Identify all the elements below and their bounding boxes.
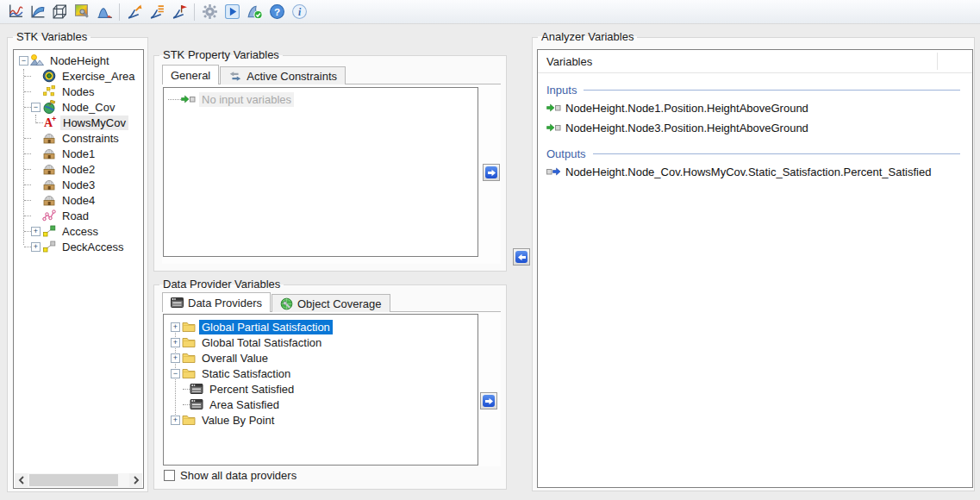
- property-variables-tree: No input variables: [163, 87, 478, 257]
- expand-expander-icon[interactable]: +: [171, 353, 180, 363]
- tree-item-label: Nodes: [59, 84, 97, 99]
- scrollbar-thumb[interactable]: [29, 474, 118, 486]
- facility-icon: [42, 193, 56, 207]
- tree-item-value-by-point[interactable]: + Value By Point: [164, 412, 478, 428]
- folder-icon: [182, 366, 196, 380]
- tree-item-static-satisfaction[interactable]: − Static Satisfaction: [164, 366, 478, 381]
- help-icon: ?: [269, 3, 285, 20]
- tree-item-label: Road: [59, 209, 91, 223]
- tree-item-howsmycov[interactable]: A + HowsMyCov: [14, 115, 143, 130]
- add-data-provider-variable-button[interactable]: [480, 392, 497, 409]
- stk-property-variables-panel: STK Property Variables General Active Co…: [153, 55, 507, 272]
- xy-plot-icon: [7, 3, 23, 20]
- collapse-expander-icon[interactable]: −: [19, 56, 28, 66]
- parametric-study-button[interactable]: [124, 2, 145, 22]
- tree-item-label: Node_Cov: [59, 100, 117, 115]
- tab-data-providers[interactable]: Data Providers: [162, 292, 271, 312]
- tab-active-constraints[interactable]: Active Constraints: [220, 66, 346, 84]
- access-icon: [42, 224, 56, 238]
- variables-column-header[interactable]: Variables: [538, 50, 972, 73]
- histogram-button[interactable]: [94, 2, 115, 22]
- tree-item-label: Global Partial Satisfaction: [199, 320, 333, 334]
- tree-item-node3[interactable]: Node3: [14, 177, 143, 192]
- tree-item-percent-satisfied[interactable]: Percent Satisfied: [164, 381, 478, 397]
- tree-item-label: DeckAccess: [59, 240, 127, 254]
- expand-expander-icon[interactable]: +: [31, 242, 41, 252]
- tree-item-deckaccess[interactable]: + DeckAccess: [14, 239, 143, 254]
- analyzer-input-variable[interactable]: NodeHeight.Node1.Position.HeightAboveGro…: [546, 98, 964, 118]
- collapse-expander-icon[interactable]: −: [171, 369, 180, 378]
- collapse-expander-icon[interactable]: −: [31, 103, 41, 112]
- expand-expander-icon[interactable]: +: [31, 227, 41, 236]
- tree-item-node-cov[interactable]: − Node_Cov: [14, 99, 143, 115]
- object-coverage-icon: [280, 297, 293, 310]
- run-play-icon: [224, 3, 240, 20]
- settings-gear-icon: [202, 3, 218, 20]
- data-provider-variables-title: Data Provider Variables: [159, 278, 284, 291]
- column-separator[interactable]: [937, 53, 938, 70]
- tab-general[interactable]: General: [162, 65, 219, 84]
- scroll-left-button[interactable]: [15, 473, 28, 487]
- tree-item-overall-value[interactable]: + Overall Value: [164, 350, 478, 366]
- tree-item-exercise-area[interactable]: Exercise_Area: [14, 68, 143, 84]
- remove-variable-button[interactable]: [513, 248, 530, 266]
- settings-gear-button[interactable]: [199, 2, 220, 22]
- tab-object-coverage[interactable]: Object Coverage: [272, 294, 390, 312]
- analyzer-variables-panel: Analyzer Variables Variables Inputs Node…: [532, 37, 975, 491]
- facility-icon: [42, 147, 56, 160]
- transfer-arrows-icon: [228, 71, 242, 82]
- surface-plot-icon: [29, 3, 46, 20]
- contour-plot-button[interactable]: [72, 2, 92, 22]
- svg-text:+: +: [52, 116, 56, 123]
- analyzer-variables-title: Analyzer Variables: [538, 30, 637, 43]
- analyzer-output-variable[interactable]: NodeHeight.Node_Cov.HowsMyCov.Static_Sat…: [546, 162, 964, 182]
- tree-item-node1[interactable]: Node1: [14, 146, 143, 161]
- parametric-table-button[interactable]: [147, 2, 167, 22]
- scroll-right-button[interactable]: [129, 473, 142, 487]
- about-icon: i: [291, 3, 308, 20]
- add-property-variable-button[interactable]: [483, 164, 500, 181]
- about-button[interactable]: i: [289, 2, 309, 22]
- toolbar-separator: [194, 3, 195, 21]
- cube-3d-button[interactable]: [49, 2, 70, 22]
- help-button[interactable]: ?: [266, 2, 287, 22]
- tree-item-global-partial-satisfaction[interactable]: + Global Partial Satisfaction: [164, 319, 478, 334]
- tree-item-label: Exercise_Area: [59, 69, 138, 84]
- arrow-right-icon: [487, 169, 496, 177]
- stk-property-variables-title: STK Property Variables: [159, 48, 283, 61]
- tree-item-node2[interactable]: Node2: [14, 161, 143, 177]
- analyzer-input-variable[interactable]: NodeHeight.Node3.Position.HeightAboveGro…: [546, 118, 964, 138]
- tree-item-label: HowsMyCov: [60, 116, 128, 130]
- expand-expander-icon[interactable]: +: [171, 322, 180, 332]
- tree-item-nodeheight[interactable]: − NodeHeight: [14, 53, 143, 68]
- data-provider-icon: [171, 297, 184, 308]
- tree-item-label: Overall Value: [199, 351, 271, 366]
- xy-plot-button[interactable]: [4, 2, 25, 22]
- tree-item-global-total-satisfaction[interactable]: + Global Total Satisfaction: [164, 334, 478, 350]
- expand-expander-icon[interactable]: +: [171, 416, 180, 425]
- tree-item-label: Constraints: [59, 131, 122, 146]
- tree-item-node4[interactable]: Node4: [14, 192, 143, 208]
- show-all-data-providers-label: Show all data providers: [180, 469, 296, 482]
- surface-plot-button[interactable]: [27, 2, 47, 22]
- horizontal-scrollbar[interactable]: [15, 473, 142, 487]
- run-play-button[interactable]: [222, 2, 242, 22]
- facility-icon: [42, 178, 56, 191]
- show-all-data-providers-row: Show all data providers: [164, 469, 296, 482]
- expand-expander-icon[interactable]: +: [171, 338, 180, 347]
- validate-check-button[interactable]: [244, 2, 265, 22]
- tree-item-area-satisfied[interactable]: Area Satisfied: [164, 397, 478, 412]
- show-all-data-providers-checkbox[interactable]: [164, 470, 175, 481]
- tree-item-label: Value By Point: [199, 413, 277, 428]
- parametric-study-icon: [127, 3, 143, 20]
- empty-message: No input variables: [199, 92, 294, 107]
- tree-item-constraints[interactable]: Constraints: [14, 130, 143, 146]
- data-provider-variables-panel: Data Provider Variables Data Providers O…: [153, 284, 507, 490]
- tree-item-nodes[interactable]: Nodes: [14, 84, 143, 99]
- tree-item-access[interactable]: + Access: [14, 223, 143, 239]
- tree-item-road[interactable]: Road: [14, 208, 143, 223]
- tree-item-label: Static Satisfaction: [199, 366, 293, 381]
- data-provider-icon: [190, 382, 203, 396]
- tree-item-label: Access: [59, 224, 101, 239]
- parametric-flag-button[interactable]: [169, 2, 190, 22]
